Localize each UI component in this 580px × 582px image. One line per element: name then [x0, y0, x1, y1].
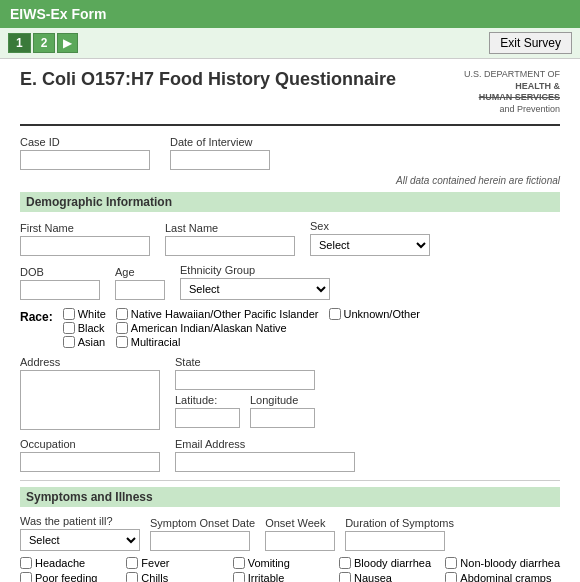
first-name-label: First Name	[20, 222, 150, 234]
dept-line3: HUMAN SERVICES	[479, 92, 560, 102]
occupation-group: Occupation	[20, 438, 160, 472]
address-input[interactable]	[20, 370, 160, 430]
symptom-fever: Fever	[126, 557, 227, 569]
patient-ill-select[interactable]: Select Yes No	[20, 529, 140, 551]
state-group: State	[175, 356, 315, 390]
form-header: E. Coli O157:H7 Food History Questionnai…	[20, 69, 560, 126]
duration-group: Duration of Symptoms	[345, 517, 454, 551]
email-input[interactable]	[175, 452, 355, 472]
race-native-hawaiian-checkbox[interactable]	[116, 308, 128, 320]
race-american-indian: American Indian/Alaskan Native	[116, 322, 319, 334]
symptom-non-bloody-diarrhea-checkbox[interactable]	[445, 557, 457, 569]
race-asian: Asian	[63, 336, 106, 348]
ethnicity-group: Ethnicity Group Select Hispanic or Latin…	[180, 264, 330, 300]
duration-input[interactable]	[345, 531, 445, 551]
exit-survey-btn[interactable]: Exit Survey	[489, 32, 572, 54]
symptom-irritable-checkbox[interactable]	[233, 572, 245, 582]
race-american-indian-checkbox[interactable]	[116, 322, 128, 334]
page-2-btn[interactable]: 2	[33, 33, 56, 53]
address-row: Address State Latitude: Longitude	[20, 356, 560, 430]
race-multiracial-label: Multiracial	[131, 336, 181, 348]
symptom-nausea-label: Nausea	[354, 572, 392, 582]
latitude-label: Latitude:	[175, 394, 240, 406]
symptom-poor-feeding-label: Poor feeding	[35, 572, 97, 582]
first-name-input[interactable]	[20, 236, 150, 256]
race-native-hawaiian: Native Hawaiian/Other Pacific Islander	[116, 308, 319, 320]
symptom-chills-label: Chills	[141, 572, 168, 582]
demographic-header: Demographic Information	[20, 192, 560, 212]
dept-line1: U.S. DEPARTMENT OF	[464, 69, 560, 79]
age-input[interactable]	[115, 280, 165, 300]
case-id-input[interactable]	[20, 150, 150, 170]
email-group: Email Address	[175, 438, 355, 472]
race-unknown-checkbox[interactable]	[329, 308, 341, 320]
name-sex-row: First Name Last Name Sex Select Male Fem…	[20, 220, 560, 256]
race-multiracial-checkbox[interactable]	[116, 336, 128, 348]
symptom-vomiting-checkbox[interactable]	[233, 557, 245, 569]
race-native-hawaiian-label: Native Hawaiian/Other Pacific Islander	[131, 308, 319, 320]
page-nav: 1 2 ▶	[8, 33, 78, 53]
patient-ill-label: Was the patient ill?	[20, 515, 140, 527]
first-name-group: First Name	[20, 222, 150, 256]
patient-ill-group: Was the patient ill? Select Yes No	[20, 515, 140, 551]
ethnicity-label: Ethnicity Group	[180, 264, 330, 276]
app-title: EIWS-Ex Form	[10, 6, 106, 22]
onset-week-input[interactable]	[265, 531, 335, 551]
title-bar: EIWS-Ex Form	[0, 0, 580, 28]
onset-week-group: Onset Week	[265, 517, 335, 551]
race-black: Black	[63, 322, 106, 334]
date-interview-label: Date of Interview	[170, 136, 270, 148]
race-unknown: Unknown/Other	[329, 308, 420, 320]
symptom-bloody-diarrhea-checkbox[interactable]	[339, 557, 351, 569]
latitude-group: Latitude:	[175, 394, 240, 428]
form-title: E. Coli O157:H7 Food History Questionnai…	[20, 69, 396, 90]
race-empty2	[329, 336, 420, 348]
state-input[interactable]	[175, 370, 315, 390]
symptom-checks: Headache Fever Vomiting Bloody diarrhea …	[20, 557, 560, 582]
sex-label: Sex	[310, 220, 430, 232]
date-interview-input[interactable]	[170, 150, 270, 170]
onset-date-input[interactable]	[150, 531, 250, 551]
race-white: White	[63, 308, 106, 320]
ethnicity-select[interactable]: Select Hispanic or Latino Not Hispanic o…	[180, 278, 330, 300]
symptom-non-bloody-diarrhea: Non-bloody diarrhea	[445, 557, 560, 569]
longitude-input[interactable]	[250, 408, 315, 428]
duration-label: Duration of Symptoms	[345, 517, 454, 529]
dob-input[interactable]	[20, 280, 100, 300]
symptom-vomiting: Vomiting	[233, 557, 334, 569]
age-group: Age	[115, 266, 165, 300]
latitude-input[interactable]	[175, 408, 240, 428]
page-1-btn[interactable]: 1	[8, 33, 31, 53]
next-page-btn[interactable]: ▶	[57, 33, 78, 53]
symptom-poor-feeding-checkbox[interactable]	[20, 572, 32, 582]
fictional-notice: All data contained herein are fictional	[20, 175, 560, 186]
form-area: E. Coli O157:H7 Food History Questionnai…	[0, 59, 580, 582]
symptom-chills-checkbox[interactable]	[126, 572, 138, 582]
symptom-abdominal-cramps-checkbox[interactable]	[445, 572, 457, 582]
symptom-vomiting-label: Vomiting	[248, 557, 290, 569]
dob-label: DOB	[20, 266, 100, 278]
symptom-fever-checkbox[interactable]	[126, 557, 138, 569]
symptom-headache: Headache	[20, 557, 121, 569]
last-name-input[interactable]	[165, 236, 295, 256]
symptom-irritable: Irritable	[233, 572, 334, 582]
race-black-checkbox[interactable]	[63, 322, 75, 334]
race-options: White Native Hawaiian/Other Pacific Isla…	[63, 308, 420, 348]
symptom-nausea-checkbox[interactable]	[339, 572, 351, 582]
race-asian-checkbox[interactable]	[63, 336, 75, 348]
race-multiracial: Multiracial	[116, 336, 319, 348]
race-white-checkbox[interactable]	[63, 308, 75, 320]
symptom-abdominal-cramps: Abdominal cramps	[445, 572, 560, 582]
last-name-group: Last Name	[165, 222, 295, 256]
dob-ethnicity-row: DOB Age Ethnicity Group Select Hispanic …	[20, 264, 560, 300]
dept-line4: and Prevention	[499, 104, 560, 114]
address-area: Address	[20, 356, 160, 430]
lat-lon-row: Latitude: Longitude	[175, 394, 315, 428]
occupation-input[interactable]	[20, 452, 160, 472]
onset-week-label: Onset Week	[265, 517, 335, 529]
symptom-headache-checkbox[interactable]	[20, 557, 32, 569]
dept-info: U.S. DEPARTMENT OF HEALTH & HUMAN SERVIC…	[464, 69, 560, 116]
race-row: Race: White Native Hawaiian/Other Pacifi…	[20, 308, 560, 348]
dob-group: DOB	[20, 266, 100, 300]
sex-select[interactable]: Select Male Female	[310, 234, 430, 256]
